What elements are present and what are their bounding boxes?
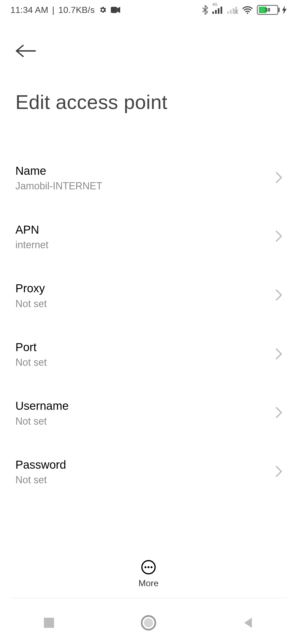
setting-label: Username xyxy=(15,399,272,413)
svg-rect-4 xyxy=(221,7,222,14)
svg-point-15 xyxy=(147,566,149,568)
signal-sim2-icon xyxy=(227,6,238,14)
back-button[interactable] xyxy=(15,44,37,59)
chevron-right-icon xyxy=(275,289,283,302)
chevron-right-icon xyxy=(275,348,283,361)
svg-rect-3 xyxy=(218,8,219,14)
svg-rect-1 xyxy=(212,12,214,14)
status-bar: 11:34 AM | 10.7KB/s 4G 38 xyxy=(0,0,297,20)
videocam-icon xyxy=(111,7,120,13)
gear-icon xyxy=(99,6,107,14)
wifi-icon xyxy=(242,6,253,14)
svg-rect-5 xyxy=(227,12,229,14)
setting-name[interactable]: Name Jamobil-INTERNET xyxy=(0,149,297,208)
network-badge: 4G xyxy=(212,2,218,7)
status-time: 11:34 AM xyxy=(10,5,48,15)
status-separator: | xyxy=(52,5,55,15)
more-button[interactable]: More xyxy=(139,560,159,588)
setting-label: Name xyxy=(15,164,272,178)
battery-percent: 38 xyxy=(258,7,277,13)
charging-bolt-icon xyxy=(282,6,287,14)
signal-sim1-icon: 4G xyxy=(212,6,223,14)
setting-value: Jamobil-INTERNET xyxy=(15,180,272,192)
settings-list: Name Jamobil-INTERNET APN internet Proxy… xyxy=(0,149,297,504)
setting-server[interactable]: Server Not set xyxy=(0,501,297,504)
nav-home-button[interactable] xyxy=(141,615,156,632)
status-netspeed: 10.7KB/s xyxy=(58,5,95,15)
arrow-left-icon xyxy=(15,44,37,58)
nav-recent-button[interactable] xyxy=(43,616,55,630)
square-icon xyxy=(43,616,55,629)
triangle-left-icon xyxy=(242,616,254,629)
nav-back-button[interactable] xyxy=(242,616,254,630)
setting-password[interactable]: Password Not set xyxy=(0,443,297,501)
setting-apn[interactable]: APN internet xyxy=(0,208,297,266)
setting-label: APN xyxy=(15,223,272,237)
setting-port[interactable]: Port Not set xyxy=(0,325,297,384)
chevron-right-icon xyxy=(275,171,283,185)
bottom-actions: More xyxy=(0,553,297,594)
battery-icon: 38 xyxy=(257,5,278,15)
circle-icon xyxy=(141,615,156,631)
setting-label: Password xyxy=(15,458,272,472)
setting-proxy[interactable]: Proxy Not set xyxy=(0,266,297,325)
svg-point-14 xyxy=(144,566,146,568)
divider xyxy=(10,598,287,598)
svg-rect-7 xyxy=(233,8,234,14)
setting-value: Not set xyxy=(15,356,272,368)
svg-rect-2 xyxy=(215,10,217,14)
setting-value: Not set xyxy=(15,474,272,486)
setting-value: internet xyxy=(15,239,272,251)
svg-rect-6 xyxy=(230,10,232,14)
bluetooth-icon xyxy=(202,5,208,15)
chevron-right-icon xyxy=(275,406,283,420)
setting-label: Proxy xyxy=(15,282,272,295)
setting-value: Not set xyxy=(15,415,272,427)
setting-username[interactable]: Username Not set xyxy=(0,384,297,443)
svg-point-11 xyxy=(247,12,248,14)
svg-point-19 xyxy=(144,618,153,627)
svg-rect-17 xyxy=(44,618,54,628)
svg-point-16 xyxy=(150,566,152,568)
svg-rect-0 xyxy=(111,7,117,13)
navigation-bar xyxy=(0,603,297,644)
chevron-right-icon xyxy=(275,465,283,479)
setting-value: Not set xyxy=(15,298,272,310)
chevron-right-icon xyxy=(275,230,283,243)
more-circle-icon xyxy=(141,560,156,575)
more-label: More xyxy=(139,578,159,588)
page-title: Edit access point xyxy=(15,91,167,113)
setting-label: Port xyxy=(15,340,272,354)
